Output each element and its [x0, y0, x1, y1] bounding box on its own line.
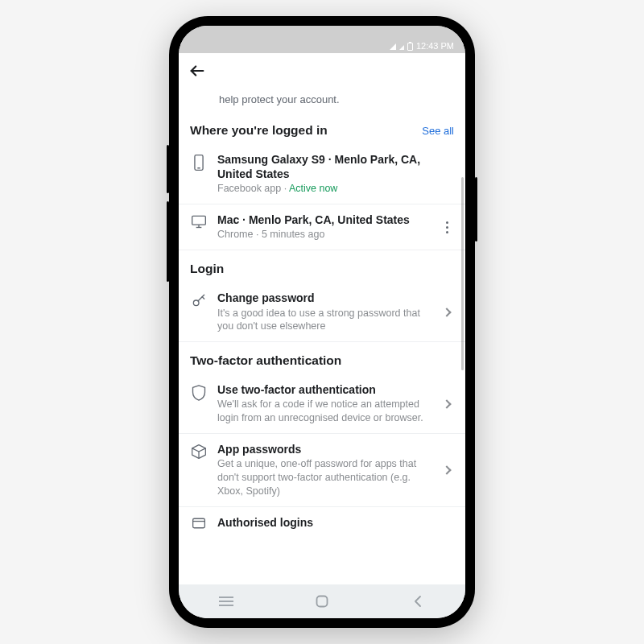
- status-time: 12:43 PM: [416, 41, 454, 51]
- chevron-right-icon: [440, 442, 454, 498]
- home-button[interactable]: [306, 595, 338, 608]
- session-sub: Facebook app · Active now: [217, 182, 454, 196]
- signal-icon: [390, 43, 396, 50]
- status-bar: 12:43 PM: [179, 26, 465, 53]
- chevron-right-icon: [440, 382, 454, 425]
- desktop-icon: [190, 213, 208, 242]
- recents-button[interactable]: [210, 596, 242, 607]
- content-scroll[interactable]: help protect your account. Where you're …: [179, 89, 465, 584]
- app-passwords-row[interactable]: App passwords Get a unique, one-off pass…: [179, 434, 465, 507]
- volume-up-button: [167, 145, 169, 193]
- app-header: [179, 53, 465, 89]
- phone-icon: [190, 152, 208, 196]
- svg-rect-12: [316, 597, 327, 607]
- shield-icon: [190, 382, 208, 425]
- row-sub: We'll ask for a code if we notice an att…: [217, 398, 430, 425]
- section-header-logged-in: Where you're logged in See all: [179, 115, 465, 144]
- row-title: Use two-factor authentication: [217, 382, 430, 397]
- session-title: Mac · Menlo Park, CA, United States: [217, 213, 430, 227]
- arrow-left-icon: [188, 62, 206, 80]
- window-icon: [190, 515, 208, 530]
- section-title: Login: [190, 262, 224, 276]
- svg-rect-7: [193, 518, 205, 527]
- use-tfa-row[interactable]: Use two-factor authentication We'll ask …: [179, 374, 465, 434]
- section-title: Where you're logged in: [190, 123, 328, 138]
- row-title: Authorised logins: [217, 515, 454, 530]
- back-nav-button[interactable]: [402, 595, 434, 608]
- session-sub: Chrome · 5 minutes ago: [217, 228, 430, 242]
- session-row-current[interactable]: Samsung Galaxy S9 · Menlo Park, CA, Unit…: [179, 144, 465, 204]
- authorised-logins-row[interactable]: Authorised logins: [179, 507, 465, 531]
- wifi-icon: [399, 45, 404, 50]
- key-icon: [190, 291, 208, 333]
- screen: 12:43 PM help protect your account. Wher…: [179, 26, 465, 618]
- more-options-button[interactable]: [446, 221, 448, 233]
- session-row[interactable]: Mac · Menlo Park, CA, United States Chro…: [179, 204, 465, 250]
- section-title: Two-factor authentication: [190, 353, 341, 368]
- chevron-right-icon: [440, 291, 454, 333]
- row-sub: Get a unique, one-off password for apps …: [217, 457, 430, 498]
- section-header-login: Login: [179, 250, 465, 283]
- box-icon: [190, 442, 208, 498]
- phone-frame: 12:43 PM help protect your account. Wher…: [169, 16, 475, 628]
- change-password-row[interactable]: Change password It's a good idea to use …: [179, 283, 465, 342]
- system-nav-bar: [179, 584, 465, 618]
- active-now-label: Active now: [289, 183, 337, 194]
- battery-icon: [407, 43, 413, 51]
- svg-rect-3: [192, 217, 206, 225]
- power-button: [475, 177, 477, 242]
- scrollbar[interactable]: [461, 177, 464, 370]
- session-title: Samsung Galaxy S9 · Menlo Park, CA, Unit…: [217, 152, 454, 181]
- row-title: App passwords: [217, 442, 430, 456]
- row-sub: It's a good idea to use a strong passwor…: [217, 307, 430, 334]
- previous-section-description: help protect your account.: [179, 89, 465, 115]
- section-header-tfa: Two-factor authentication: [179, 342, 465, 374]
- back-button[interactable]: [188, 62, 206, 80]
- row-title: Change password: [217, 291, 430, 305]
- volume-down-button: [167, 201, 169, 282]
- see-all-link[interactable]: See all: [422, 125, 454, 137]
